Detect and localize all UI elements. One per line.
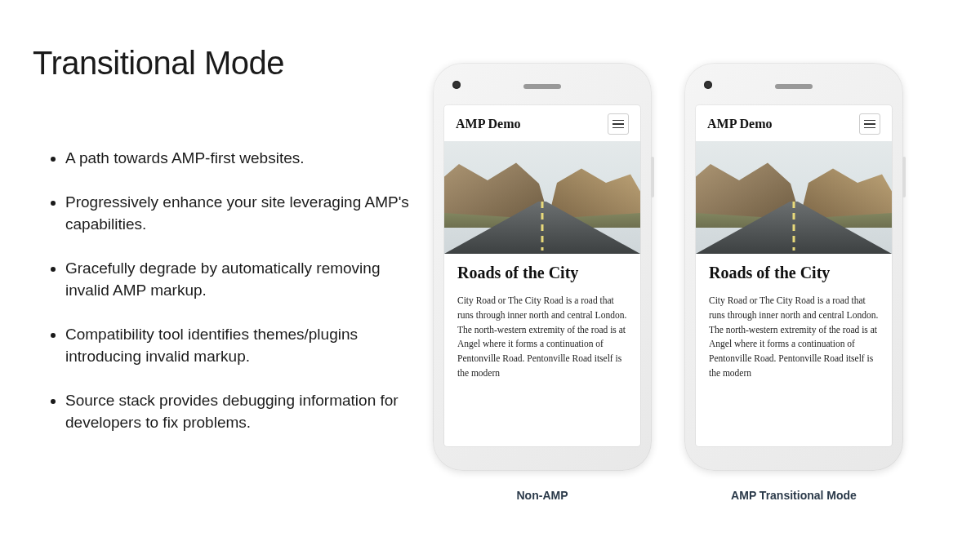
hamburger-icon[interactable] [859, 113, 880, 135]
phone-screen: AMP Demo Roads of the City City Road or … [444, 105, 640, 446]
slide-title: Transitional Mode [33, 45, 416, 82]
app-header: AMP Demo [444, 105, 640, 141]
phone-mockup-non-amp: AMP Demo Roads of the City City Road or … [433, 63, 652, 526]
slide: Transitional Mode A path towards AMP-fir… [0, 0, 980, 550]
app-header: AMP Demo [696, 105, 892, 141]
post-body: City Road or The City Road is a road tha… [457, 294, 627, 381]
app-title: AMP Demo [707, 117, 773, 131]
phone-speaker [775, 84, 813, 89]
phone-caption: Non-AMP [517, 489, 568, 502]
text-column: Transitional Mode A path towards AMP-fir… [33, 45, 433, 526]
bullet-item: A path towards AMP-first websites. [65, 147, 416, 170]
phone-side-button [902, 157, 906, 197]
phone-caption: AMP Transitional Mode [731, 489, 857, 502]
phone-speaker [523, 84, 561, 89]
hero-image [696, 141, 892, 254]
phone-frame: AMP Demo Roads of the City City Road or … [433, 63, 652, 471]
bullet-item: Compatibility tool identifies themes/plu… [65, 323, 416, 368]
post-title: Roads of the City [457, 264, 627, 282]
bullet-item: Source stack provides debugging informat… [65, 389, 416, 434]
bullet-item: Gracefully degrade by automatically remo… [65, 257, 416, 302]
mockups-column: AMP Demo Roads of the City City Road or … [433, 45, 947, 526]
bullet-item: Progressively enhance your site leveragi… [65, 191, 416, 236]
post-title: Roads of the City [709, 264, 879, 282]
hero-image [444, 141, 640, 254]
phone-frame: AMP Demo Roads of the City City Road or … [684, 63, 903, 471]
phone-screen: AMP Demo Roads of the City City Road or … [696, 105, 892, 446]
app-title: AMP Demo [456, 117, 521, 131]
phone-side-button [651, 157, 654, 197]
phone-mockup-amp: AMP Demo Roads of the City City Road or … [684, 63, 903, 526]
post-content: Roads of the City City Road or The City … [696, 254, 892, 381]
hamburger-icon[interactable] [608, 113, 629, 135]
bullet-list: A path towards AMP-first websites. Progr… [33, 147, 416, 434]
post-body: City Road or The City Road is a road tha… [709, 294, 879, 381]
post-content: Roads of the City City Road or The City … [444, 254, 640, 381]
